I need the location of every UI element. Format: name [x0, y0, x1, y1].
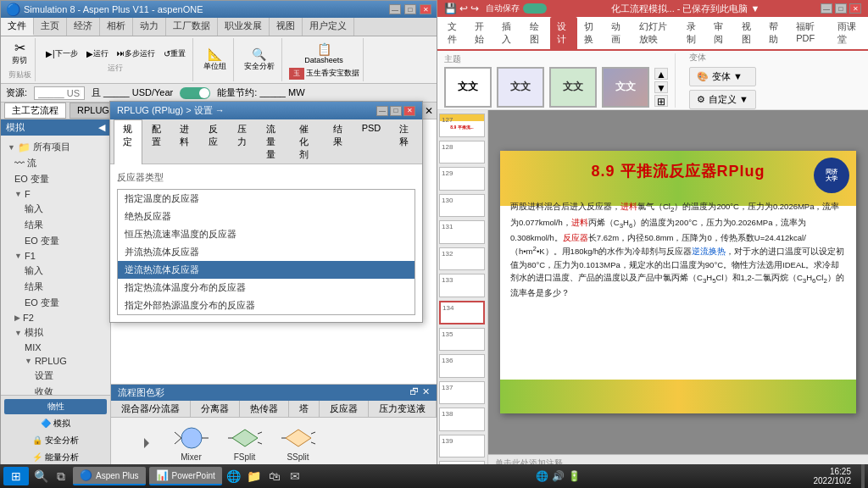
slide-thumb-137[interactable]: 137 — [439, 381, 485, 405]
tree-item-f-input[interactable]: 输入 — [1, 201, 110, 217]
slide-thumb-128[interactable]: 128 — [439, 141, 485, 164]
component-mixer[interactable]: Mixer — [168, 425, 214, 462]
tab-close-btn[interactable]: ✕ — [425, 105, 433, 117]
store-taskbar-icon[interactable]: 🛍 — [266, 468, 283, 485]
tree-item-model[interactable]: ▼ 模拟 — [1, 324, 110, 341]
component-arrow[interactable] — [114, 430, 161, 456]
ppt-tab-animation[interactable]: 动画 — [604, 17, 632, 49]
ppt-undo-icon[interactable]: ↩ — [459, 3, 468, 14]
aspen-taskbar-btn[interactable]: 🔵 Aspen Plus — [73, 467, 146, 485]
tree-item-f1-result[interactable]: 结果 — [1, 279, 110, 295]
dialog-tab-flow[interactable]: 流量量 — [257, 119, 291, 164]
ppt-tab-design[interactable]: 设计 — [550, 17, 577, 49]
dialog-tab-specify[interactable]: 规定 — [114, 119, 142, 164]
slide-canvas-area[interactable]: 8.9 平推流反应器RPlug 同济 大学 两股进料混合后进入反应器，进料氯气（… — [488, 110, 868, 454]
sidebar-safety-btn[interactable]: 🔒 安全分析 — [4, 433, 107, 448]
dialog-tab-results[interactable]: 结果 — [324, 119, 353, 164]
ribbon-tab-view[interactable]: 视图 — [270, 18, 303, 36]
tree-item-mix[interactable]: MIX — [1, 341, 110, 354]
ribbon-tab-career[interactable]: 职业发展 — [218, 18, 270, 36]
ppt-taskbar-btn[interactable]: 📊 PowerPoint — [149, 467, 222, 485]
slide-thumb-136[interactable]: 136 — [439, 354, 485, 378]
bottom-tab-pressure[interactable]: 压力变送液 — [369, 401, 437, 417]
ppt-tab-help[interactable]: 帮助 — [762, 17, 789, 49]
slide-thumb-127[interactable]: 127 8.9 平推流... — [439, 114, 485, 137]
reactor-type-item-3[interactable]: 恒压热流速率温度的反应器 — [118, 225, 415, 243]
tree-item-eo[interactable]: EO 变量 — [1, 171, 110, 187]
reactor-type-item-6[interactable]: 指定热流体温度分布的反应器 — [118, 279, 415, 297]
slide-thumb-133[interactable]: 133 — [439, 274, 485, 297]
ribbon-tab-userdef[interactable]: 用户定义 — [303, 18, 354, 36]
ppt-minimize-btn[interactable]: — — [821, 3, 832, 14]
slide-thumb-139[interactable]: 139 — [439, 435, 485, 458]
search-taskbar-icon[interactable]: 🔍 — [32, 468, 49, 485]
mail-taskbar-icon[interactable]: ✉ — [287, 468, 303, 485]
reactor-type-item-4[interactable]: 并流热流体反应器 — [118, 243, 415, 261]
sidebar-sim-btn[interactable]: 🔷 模拟 — [4, 416, 107, 431]
reactor-type-item-1[interactable]: 指定温度的反应器 — [118, 190, 415, 208]
slide-thumb-134[interactable]: 134 — [439, 301, 485, 324]
slide-thumb-131[interactable]: 131 — [439, 220, 485, 244]
tree-item-f1[interactable]: ▼ F1 — [1, 249, 110, 263]
ribbon-btn-unit[interactable]: 📐 单位组 — [200, 46, 230, 74]
ppt-tab-file[interactable]: 文件 — [441, 17, 468, 49]
ppt-save-icon[interactable]: 💾 — [444, 3, 457, 14]
slide-thumb-130[interactable]: 130 — [439, 194, 485, 218]
tree-item-rplug-conv[interactable]: 收敛 — [1, 384, 110, 395]
bottom-panel-float-btn[interactable]: 🗗 — [409, 386, 419, 399]
dialog-tab-reaction[interactable]: 反应 — [199, 119, 228, 164]
aspen-close-btn[interactable]: ✕ — [420, 4, 431, 14]
ppt-tab-slideshow[interactable]: 幻灯片放映 — [632, 17, 681, 49]
tree-item-f-eo[interactable]: EO 变量 — [1, 233, 110, 249]
ribbon-tab-dynamics[interactable]: 动力 — [133, 18, 166, 36]
slide-thumb-135[interactable]: 135 — [439, 328, 485, 352]
ribbon-tab-phaseq[interactable]: 相析 — [100, 18, 133, 36]
reactor-type-item-5[interactable]: 逆流热流体反应器 — [118, 261, 415, 279]
reactor-type-dropdown[interactable]: 指定温度的反应器 绝热反应器 恒压热流速率温度的反应器 并流热流体反应器 逆流热… — [117, 189, 415, 315]
tree-item-f[interactable]: ▼ F — [1, 187, 110, 201]
sidebar-energy-btn[interactable]: ⚡ 能量分析 — [4, 450, 107, 465]
ribbon-btn-analysis[interactable]: 🔍 安全分析 — [241, 46, 278, 74]
bottom-tab-column[interactable]: 塔 — [289, 401, 320, 417]
tree-item-f2[interactable]: ▶ F2 — [1, 311, 110, 324]
theme-more-btn[interactable]: ⊞ — [654, 95, 668, 107]
ribbon-tab-economics[interactable]: 经济 — [67, 18, 100, 36]
start-menu-btn[interactable]: ⊞ — [3, 467, 29, 485]
tree-item-f-result[interactable]: 结果 — [1, 217, 110, 233]
sidebar-prop-btn[interactable]: 物性 — [4, 399, 107, 414]
bottom-tab-heat[interactable]: 热传器 — [240, 401, 289, 417]
tree-item-all[interactable]: ▼ 📁 所有项目 — [1, 139, 110, 155]
ribbon-tab-file[interactable]: 文件 — [1, 18, 34, 36]
dialog-tab-pressure[interactable]: 压力 — [228, 119, 257, 164]
ppt-variant-btn[interactable]: 🎨 变体 ▼ — [689, 67, 756, 86]
theme-next-btn[interactable]: ▼ — [654, 81, 668, 93]
ribbon-tab-plant[interactable]: 工厂数据 — [166, 18, 218, 36]
theme-box-2[interactable]: 文文 — [497, 67, 544, 108]
show-desktop-btn[interactable] — [861, 464, 865, 488]
sidebar-collapse-btn[interactable]: ◀ — [98, 122, 105, 133]
ppt-tab-rain[interactable]: 雨课堂 — [831, 17, 865, 49]
component-fsplit[interactable]: FSplit — [221, 425, 268, 462]
reactor-type-item-2[interactable]: 绝热反应器 — [118, 208, 415, 225]
ribbon-btn-datasheet[interactable]: 📋 Datasheets — [301, 41, 347, 66]
ppt-close-btn[interactable]: ✕ — [849, 3, 861, 14]
aspen-minimize-btn[interactable]: — — [389, 4, 401, 14]
tab-main-flowsheet[interactable]: 主工艺流程 — [4, 103, 66, 119]
resource-toggle[interactable] — [180, 87, 210, 99]
ppt-redo-icon[interactable]: ↪ — [470, 3, 479, 14]
ppt-maximize-btn[interactable]: □ — [835, 3, 847, 14]
theme-box-1[interactable]: 文文 — [444, 67, 492, 108]
ribbon-btn-cut[interactable]: ✂ 剪切 — [8, 40, 31, 68]
ppt-tab-review[interactable]: 审阅 — [707, 17, 734, 49]
bottom-tab-sep[interactable]: 分离器 — [191, 401, 240, 417]
tree-item-streams[interactable]: 〰 流 — [1, 155, 110, 171]
resource-input-usd[interactable] — [34, 86, 85, 100]
tree-item-f1-eo[interactable]: EO 变量 — [1, 295, 110, 311]
ribbon-btn-reset[interactable]: ↺ 重置 — [160, 47, 189, 61]
taskview-taskbar-icon[interactable]: ⧉ — [53, 468, 70, 485]
ppt-tab-transition[interactable]: 切换 — [577, 17, 604, 49]
tree-item-rplug-setup[interactable]: 设置 — [1, 368, 110, 384]
explorer-taskbar-icon[interactable]: 📁 — [246, 468, 263, 485]
ppt-tab-view[interactable]: 视图 — [735, 17, 762, 49]
slide-thumb-132[interactable]: 132 — [439, 247, 485, 271]
